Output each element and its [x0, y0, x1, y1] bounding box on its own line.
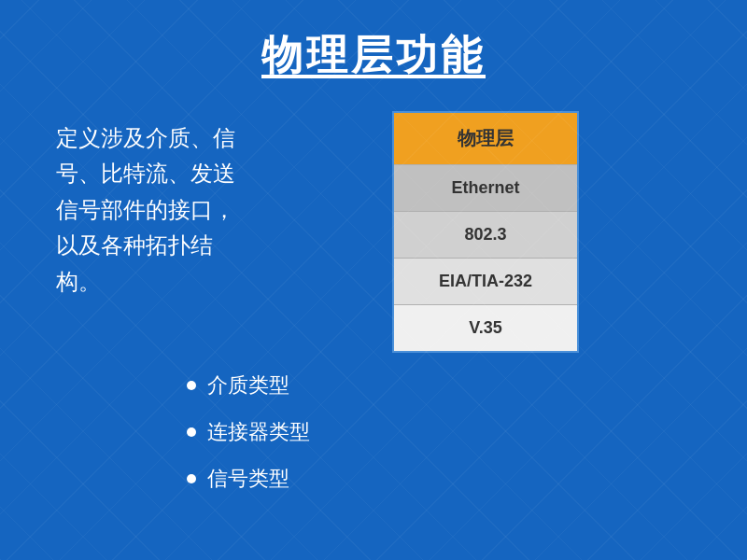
slide: 物理层功能 定义涉及介质、信号、比特流、发送信号部件的接口，以及各种拓扑结构。 …: [0, 0, 747, 560]
layer-ethernet: Ethernet: [394, 165, 577, 212]
left-description: 定义涉及介质、信号、比特流、发送信号部件的接口，以及各种拓扑结构。: [56, 111, 243, 353]
bullet-text-3: 信号类型: [207, 465, 289, 493]
bullet-dot-1: [187, 381, 196, 390]
right-stack: 物理层 Ethernet 802.3 EIA/TIA-232 V.35: [280, 111, 691, 353]
bullet-item-2: 连接器类型: [187, 418, 691, 446]
layer-v35: V.35: [394, 305, 577, 351]
layer-eia: EIA/TIA-232: [394, 259, 577, 305]
layer-8023: 802.3: [394, 212, 577, 259]
bullet-dot-2: [187, 427, 196, 437]
bullet-item-1: 介质类型: [187, 371, 691, 399]
page-title: 物理层功能: [261, 32, 486, 77]
bullet-item-3: 信号类型: [187, 465, 691, 493]
content-area: 定义涉及介质、信号、比特流、发送信号部件的接口，以及各种拓扑结构。 物理层 Et…: [0, 102, 747, 353]
bullet-dot-3: [187, 474, 196, 483]
title-area: 物理层功能: [0, 0, 747, 102]
bullet-text-2: 连接器类型: [207, 418, 310, 446]
layer-stack: 物理层 Ethernet 802.3 EIA/TIA-232 V.35: [392, 111, 579, 353]
layer-physical: 物理层: [394, 113, 577, 165]
bullet-list-area: 介质类型 连接器类型 信号类型: [0, 353, 747, 493]
bullet-text-1: 介质类型: [207, 371, 289, 399]
